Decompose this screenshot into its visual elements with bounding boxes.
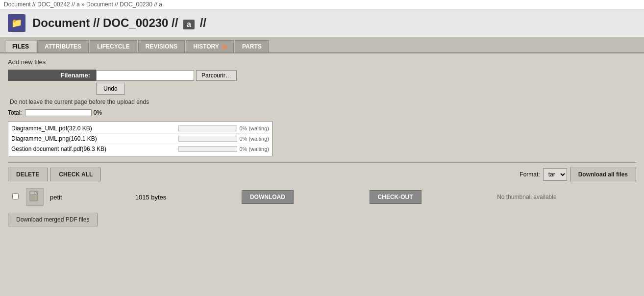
row-checkbox-cell (8, 186, 23, 208)
filename-label: Filename: (8, 70, 96, 81)
total-label: Total: (8, 109, 22, 116)
rss-icon (223, 45, 226, 49)
file-svg-icon (28, 190, 42, 204)
tab-history[interactable]: HISTORY (186, 40, 234, 52)
thumbnail-text: No thumbnail available (497, 194, 556, 200)
tab-parts[interactable]: PARTS (235, 40, 269, 52)
page-title: Document // DOC_00230 // a // (32, 16, 206, 30)
file-progress-text-2: 0% (waiting) (239, 136, 269, 142)
total-row: Total: 0% (8, 109, 636, 116)
row-icon-cell (23, 186, 47, 208)
tab-attributes[interactable]: ATTRIBUTES (37, 40, 89, 52)
file-progress-text-3: 0% (waiting) (239, 146, 269, 152)
format-select[interactable]: tar (543, 168, 567, 181)
tab-lifecycle[interactable]: LIFECYCLE (90, 40, 137, 52)
file-upload-item: Diagramme_UML.png(160.1 KB) 0% (waiting) (11, 134, 269, 144)
filesize-text: 1015 bytes (135, 194, 167, 201)
row-thumbnail-cell: No thumbnail available (494, 186, 636, 208)
row-filename-cell: petit (47, 186, 132, 208)
file-progress-bar-1 (178, 125, 237, 131)
add-files-label: Add new files (8, 58, 636, 66)
file-upload-item: Diagramme_UML.pdf(32.0 KB) 0% (waiting) (11, 123, 269, 134)
download-button[interactable]: DOWNLOAD (242, 190, 294, 204)
filename-input[interactable] (96, 70, 194, 81)
undo-button[interactable]: Undo (96, 83, 125, 95)
row-download-cell: DOWNLOAD (239, 186, 367, 208)
total-progress-text: 0% (94, 109, 102, 116)
file-upload-list: Diagramme_UML.pdf(32.0 KB) 0% (waiting) … (8, 121, 272, 156)
filename-text: petit (50, 194, 62, 201)
title-area: 📁 Document // DOC_00230 // a // (0, 9, 644, 37)
upload-warning: Do not leave the current page before the… (8, 99, 636, 105)
action-bar: DELETE CHECK ALL Format: tar Download al… (8, 168, 636, 181)
files-table: petit 1015 bytes DOWNLOAD CHECK-OUT No t… (8, 186, 636, 208)
file-upload-item: Gestion document natif.pdf(96.3 KB) 0% (… (11, 144, 269, 154)
table-row: petit 1015 bytes DOWNLOAD CHECK-OUT No t… (8, 186, 636, 208)
file-upload-name: Diagramme_UML.png(160.1 KB) (11, 135, 178, 142)
main-content: Add new files Filename: Parcourir… Undo … (0, 53, 644, 231)
checkout-button[interactable]: CHECK-OUT (370, 190, 421, 204)
format-label: Format: (520, 171, 540, 178)
file-progress-bar-2 (178, 136, 237, 142)
file-upload-name: Gestion document natif.pdf(96.3 KB) (11, 146, 178, 152)
upload-form: Filename: Parcourir… Undo (8, 70, 636, 95)
parcourir-button[interactable]: Parcourir… (196, 70, 237, 81)
svg-rect-1 (30, 191, 35, 195)
divider (8, 162, 636, 163)
row-size-cell: 1015 bytes (132, 186, 239, 208)
undo-row: Undo (96, 83, 636, 95)
download-all-button[interactable]: Download all files (570, 168, 636, 181)
total-progress-bar (25, 109, 92, 116)
merge-pdf-button[interactable]: Download merged PDF files (8, 213, 98, 226)
tab-files[interactable]: FILES (5, 40, 36, 52)
title-badge: a (183, 20, 195, 29)
tab-bar: FILES ATTRIBUTES LIFECYCLE REVISIONS HIS… (0, 37, 644, 53)
file-upload-name: Diagramme_UML.pdf(32.0 KB) (11, 125, 178, 132)
tab-revisions[interactable]: REVISIONS (138, 40, 185, 52)
file-progress-text-1: 0% (waiting) (239, 125, 269, 131)
file-checkbox[interactable] (12, 193, 19, 199)
delete-button[interactable]: DELETE (8, 168, 48, 181)
file-type-icon (26, 188, 44, 206)
breadcrumb: Document // DOC_00242 // a » Document //… (0, 0, 644, 9)
check-all-button[interactable]: CHECK ALL (50, 168, 101, 181)
file-progress-bar-3 (178, 146, 237, 152)
filename-row: Filename: Parcourir… (8, 70, 636, 81)
row-checkout-cell: CHECK-OUT (367, 186, 495, 208)
document-icon: 📁 (8, 14, 25, 32)
format-section: Format: tar Download all files (520, 168, 636, 181)
